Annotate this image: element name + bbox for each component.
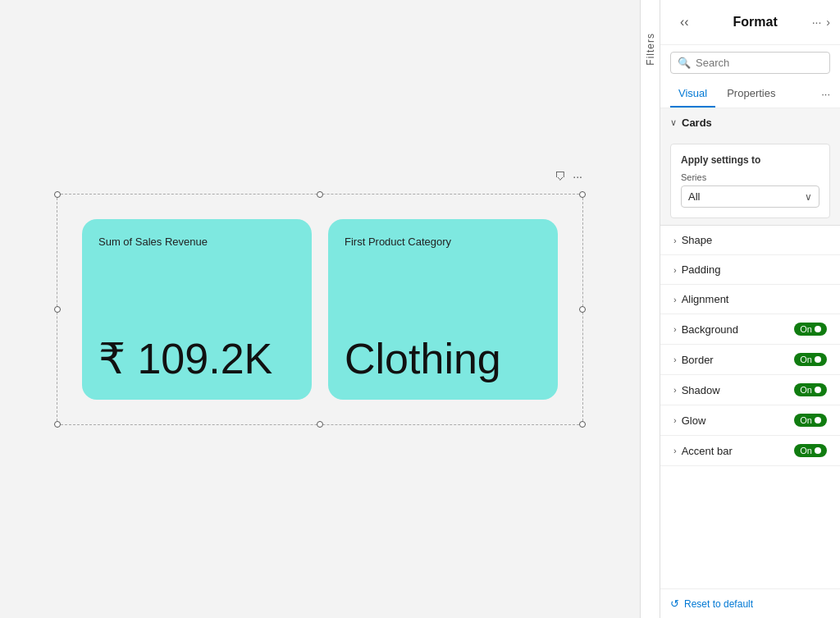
background-toggle-label: On (800, 324, 812, 334)
shadow-toggle[interactable]: On (794, 383, 827, 396)
shadow-toggle-label: On (800, 385, 812, 395)
property-shadow-left: › Shadow (673, 384, 720, 396)
cards-section-label: Cards (682, 117, 712, 129)
more-options-icon[interactable]: ··· (573, 170, 582, 183)
properties-list: › Shape › Padding › Alignment › Backgrou… (660, 226, 840, 588)
apply-settings-box: Apply settings to Series All ∨ (670, 144, 830, 218)
resize-handle-tm[interactable] (317, 191, 323, 198)
glow-toggle[interactable]: On (794, 414, 827, 427)
border-chevron: › (673, 355, 677, 364)
accent-bar-label: Accent bar (682, 445, 733, 457)
accent-bar-toggle-dot (815, 447, 821, 454)
resize-handle-mr[interactable] (579, 306, 586, 313)
background-chevron: › (673, 324, 677, 334)
border-toggle-dot (815, 356, 821, 363)
property-border[interactable]: › Border On (660, 345, 840, 375)
resize-handle-br[interactable] (579, 421, 586, 428)
property-alignment[interactable]: › Alignment (660, 285, 840, 314)
shape-label: Shape (682, 234, 713, 246)
glow-toggle-dot (815, 417, 821, 423)
padding-label: Padding (682, 263, 721, 276)
panel-title: Format (733, 15, 778, 30)
canvas-area: 🖌 ⛉ ··· Sum of Sales Revenue ₹ 109.2K Fi… (0, 0, 640, 618)
property-padding[interactable]: › Padding (660, 255, 840, 285)
card-sales-revenue: Sum of Sales Revenue ₹ 109.2K (82, 219, 312, 400)
alignment-chevron: › (673, 295, 677, 304)
shape-chevron: › (673, 236, 677, 245)
series-dropdown[interactable]: All ∨ (681, 185, 819, 208)
padding-chevron: › (673, 265, 677, 275)
shadow-toggle-dot (815, 387, 821, 393)
card1-label: Sum of Sales Revenue (98, 236, 295, 248)
series-label: Series (681, 172, 819, 182)
property-glow[interactable]: › Glow On (660, 405, 840, 436)
filter-icon[interactable]: ⛉ (555, 170, 566, 183)
visual-container: ⛉ ··· Sum of Sales Revenue ₹ 109.2K Firs… (57, 194, 583, 425)
cards-section: ∨ Cards Apply settings to Series All ∨ (660, 108, 840, 226)
shadow-chevron: › (673, 385, 677, 395)
panel-nav-forward[interactable]: › (826, 16, 830, 29)
property-border-left: › Border (673, 354, 714, 366)
shadow-label: Shadow (682, 384, 720, 396)
search-box[interactable]: 🔍 (670, 52, 830, 74)
search-icon: 🔍 (678, 57, 691, 69)
resize-handle-bl[interactable] (54, 421, 61, 428)
cards-wrapper: Sum of Sales Revenue ₹ 109.2K First Prod… (74, 211, 566, 408)
card2-label: First Product Category (345, 236, 541, 248)
card1-value: ₹ 109.2K (98, 334, 272, 383)
toolbar-icons: ⛉ ··· (555, 170, 582, 183)
chevron-down-icon: ∨ (805, 191, 812, 203)
background-label: Background (682, 323, 738, 336)
collapse-button[interactable]: ‹‹ (670, 8, 699, 36)
accent-bar-chevron: › (673, 446, 677, 455)
tab-properties[interactable]: Properties (719, 80, 783, 108)
property-accent-bar-left: › Accent bar (673, 445, 733, 457)
property-background[interactable]: › Background On (660, 314, 840, 345)
panel-more-icon[interactable]: ··· (812, 16, 822, 29)
panel-header: ‹‹ Format ··· › (660, 0, 840, 45)
border-toggle-label: On (800, 355, 812, 364)
property-glow-left: › Glow (673, 414, 705, 427)
filters-sidebar[interactable]: Filters (640, 0, 660, 618)
reset-icon: ↺ (670, 597, 679, 610)
glow-label: Glow (682, 414, 706, 427)
glow-toggle-label: On (800, 415, 812, 425)
accent-bar-toggle-label: On (800, 446, 812, 455)
border-toggle[interactable]: On (794, 353, 827, 366)
background-toggle-dot (815, 326, 821, 332)
reset-footer[interactable]: ↺ Reset to default (660, 588, 840, 618)
property-alignment-left: › Alignment (673, 293, 728, 305)
cards-chevron: ∨ (670, 117, 677, 128)
card2-value: Clothing (345, 334, 501, 383)
apply-settings-title: Apply settings to (681, 154, 819, 166)
series-value: All (688, 190, 700, 203)
resize-handle-tl[interactable] (54, 191, 61, 198)
property-shape[interactable]: › Shape (660, 226, 840, 255)
resize-handle-ml[interactable] (54, 306, 61, 313)
accent-bar-toggle[interactable]: On (794, 444, 827, 457)
property-padding-left: › Padding (673, 263, 720, 276)
property-accent-bar[interactable]: › Accent bar On (660, 436, 840, 466)
property-shadow[interactable]: › Shadow On (660, 375, 840, 405)
format-panel: ‹‹ Format ··· › 🔍 Visual Properties ··· … (660, 0, 840, 618)
search-input[interactable] (696, 57, 823, 69)
border-label: Border (682, 354, 714, 366)
tabs-row: Visual Properties ··· (660, 80, 840, 108)
cards-section-header[interactable]: ∨ Cards (660, 108, 840, 137)
resize-handle-tr[interactable] (579, 191, 586, 198)
property-shape-left: › Shape (673, 234, 712, 246)
filters-label: Filters (645, 33, 656, 66)
tab-visual[interactable]: Visual (670, 80, 715, 108)
panel-header-icons: ··· › (812, 16, 830, 29)
resize-handle-bm[interactable] (317, 421, 323, 428)
alignment-label: Alignment (682, 293, 729, 305)
glow-chevron: › (673, 415, 677, 425)
tab-more-icon[interactable]: ··· (821, 88, 830, 100)
reset-label: Reset to default (684, 598, 753, 610)
background-toggle[interactable]: On (794, 323, 827, 336)
property-background-left: › Background (673, 323, 738, 336)
card-product-category: First Product Category Clothing (328, 219, 558, 400)
